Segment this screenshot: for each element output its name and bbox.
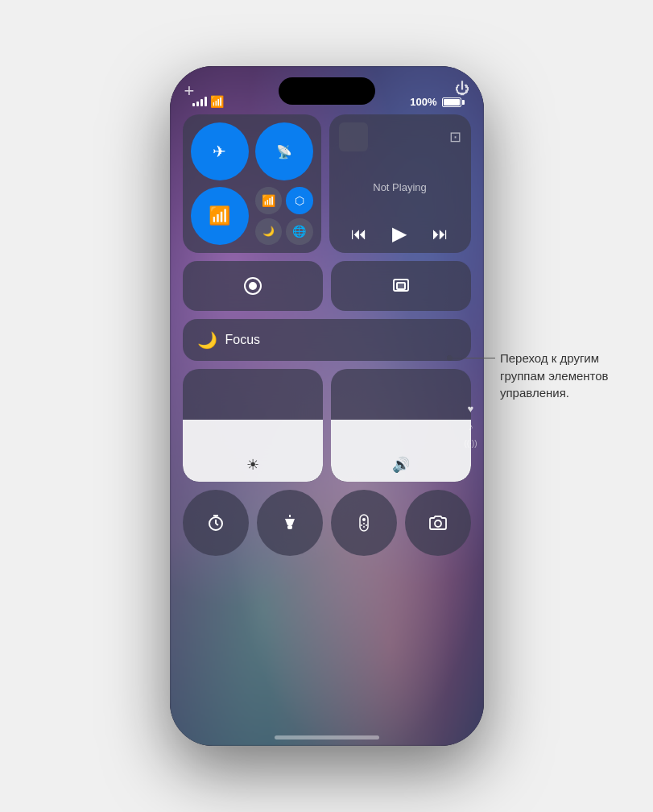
cc-sliders-row: ☀ 🔊 ♥ ♪ ((·)) <box>183 369 471 482</box>
timer-button[interactable] <box>183 490 249 556</box>
status-left: 📶 <box>192 95 224 108</box>
hotspot-button[interactable]: 📡 <box>255 122 313 180</box>
svg-rect-3 <box>397 283 405 289</box>
camera-icon <box>429 515 447 531</box>
screen-mirror-button[interactable] <box>331 261 471 311</box>
connectivity-sub-grid: 📶 ⬡ 🌙 🌐 <box>255 187 313 245</box>
signal-waves-icon: ((·)) <box>464 439 477 448</box>
heart-icon: ♥ <box>468 403 474 415</box>
signal-bars <box>192 97 207 106</box>
timer-icon <box>207 514 225 532</box>
music-note-icon: ♪ <box>468 421 473 433</box>
signal-bar-3 <box>200 99 203 106</box>
flashlight-button[interactable] <box>257 490 323 556</box>
connectivity-grid: ✈ 📡 📶 📶 ⬡ 🌙 🌐 <box>183 114 321 253</box>
page-wrapper: + ⏻ 📶 100% <box>0 0 653 812</box>
svg-point-17 <box>435 520 441 527</box>
media-player: ⊡ Not Playing ⏮ ▶ ⏭ <box>329 114 471 253</box>
camera-button[interactable] <box>405 490 471 556</box>
side-icons: ♥ ♪ ((·)) <box>464 403 477 448</box>
wifi-button[interactable]: 📶 <box>191 187 249 245</box>
signal-bar-1 <box>192 103 195 106</box>
svg-point-12 <box>362 518 366 521</box>
flashlight-icon <box>283 514 297 532</box>
not-playing-label: Not Playing <box>339 181 461 193</box>
airplane-mode-button[interactable]: ✈ <box>191 122 249 180</box>
phone-shell: + ⏻ 📶 100% <box>170 66 484 746</box>
focus-label: Focus <box>225 333 261 347</box>
brightness-icon: ☀ <box>246 456 259 474</box>
cellular-button[interactable]: 📶 <box>255 187 283 214</box>
signal-bar-2 <box>196 102 199 106</box>
forward-button[interactable]: ⏭ <box>432 225 448 243</box>
cc-bottom-row <box>183 490 471 556</box>
annotation-text: Переход к другим группам элементов управ… <box>500 350 637 402</box>
rewind-button[interactable]: ⏮ <box>351 225 367 243</box>
play-button[interactable]: ▶ <box>392 222 407 245</box>
vpn-button[interactable]: 🌐 <box>286 218 313 246</box>
remote-button[interactable] <box>331 490 397 556</box>
signal-bar-4 <box>205 97 207 106</box>
media-controls: ⏮ ▶ ⏭ <box>339 222 461 245</box>
svg-rect-9 <box>287 525 292 529</box>
home-indicator[interactable] <box>275 735 379 740</box>
cc-top-row: ✈ 📡 📶 📶 ⬡ 🌙 🌐 ⊡ Not <box>183 114 471 253</box>
screen-record-button[interactable] <box>183 261 323 311</box>
album-thumbnail <box>339 122 368 151</box>
media-top: ⊡ <box>339 122 461 151</box>
airplay-button[interactable]: ⊡ <box>449 128 461 146</box>
cc-focus-row: 🌙 Focus <box>183 319 471 361</box>
annotation: Переход к другим группам элементов управ… <box>447 350 637 402</box>
dynamic-island <box>279 77 375 105</box>
svg-line-6 <box>216 524 218 525</box>
remote-icon <box>357 514 370 532</box>
dnd-button[interactable]: 🌙 <box>255 218 283 246</box>
battery-icon <box>442 97 461 107</box>
screen-mirror-icon <box>391 276 411 296</box>
battery-percent: 100% <box>410 96 436 108</box>
brightness-slider[interactable]: ☀ <box>183 369 323 482</box>
svg-marker-8 <box>285 519 295 525</box>
focus-button[interactable]: 🌙 Focus <box>183 319 471 361</box>
cc-mid-row <box>183 261 471 311</box>
svg-point-0 <box>249 282 257 290</box>
volume-slider[interactable]: 🔊 <box>331 369 471 482</box>
focus-moon-icon: 🌙 <box>197 330 217 350</box>
screen-record-icon <box>243 276 262 296</box>
volume-icon: 🔊 <box>392 456 410 474</box>
battery-fill <box>444 99 460 106</box>
status-right: 100% <box>410 96 461 108</box>
wifi-status-icon: 📶 <box>210 95 224 108</box>
bluetooth-button[interactable]: ⬡ <box>286 187 313 214</box>
control-center: ✈ 📡 📶 📶 ⬡ 🌙 🌐 ⊡ Not <box>183 114 471 556</box>
